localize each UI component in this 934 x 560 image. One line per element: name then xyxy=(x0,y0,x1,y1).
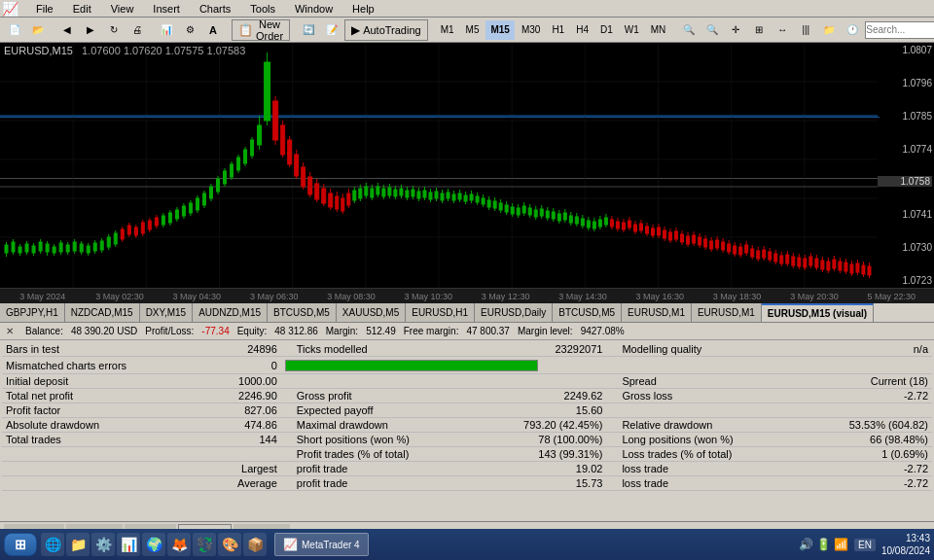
main-container: 📈 File Edit View Insert Charts Tools Win… xyxy=(0,0,934,560)
tab-btcusd-m5-1[interactable]: BTCUSD,M5 xyxy=(268,303,337,322)
tab-dxy[interactable]: DXY,M15 xyxy=(140,303,194,322)
tray-icon-1: 🔊 xyxy=(799,538,813,551)
val-avg-profit-trade: 15.73 xyxy=(490,476,607,491)
val-abs-drawdown: 474.86 xyxy=(188,418,281,433)
print-btn[interactable]: 🖨 xyxy=(126,19,148,41)
period-sep-btn[interactable]: ||| xyxy=(795,19,816,41)
tf-w1[interactable]: W1 xyxy=(620,20,644,40)
clock-btn[interactable]: 🕐 xyxy=(842,19,863,41)
clock-date: 10/08/2024 xyxy=(881,544,930,557)
auto-trading-button[interactable]: ▶ AutoTrading xyxy=(344,19,428,41)
zoom-out-btn[interactable]: 🔍 xyxy=(701,19,723,41)
report-panel: Bars in test 24896 Ticks modelled 232920… xyxy=(0,340,934,521)
tab-eurusd-m1-1[interactable]: EURUSD,M1 xyxy=(622,303,692,322)
taskbar-firefox-icon[interactable]: 🦊 xyxy=(167,533,191,556)
active-app-button[interactable]: 📈 MetaTrader 4 xyxy=(274,533,369,556)
label-abs-drawdown: Absolute drawdown xyxy=(2,418,188,433)
symbol-tabs: GBPJPY,H1 NZDCAD,M15 DXY,M15 AUDNZD,M15 … xyxy=(0,303,934,323)
text-btn[interactable]: A xyxy=(202,19,224,41)
tf-m30[interactable]: M30 xyxy=(517,20,545,40)
taskbar-chart-icon[interactable]: 📊 xyxy=(117,533,140,556)
val-bars-in-test: 24896 xyxy=(188,342,281,357)
val-short-positions: 78 (100.00%) xyxy=(490,433,607,447)
menu-window[interactable]: Window xyxy=(291,3,337,15)
language-indicator[interactable]: EN xyxy=(854,539,876,551)
tf-mn[interactable]: MN xyxy=(646,20,671,40)
tf-d1[interactable]: D1 xyxy=(595,20,618,40)
zoom-in-btn[interactable]: 🔍 xyxy=(678,19,700,41)
crosshair-btn[interactable]: ✛ xyxy=(725,19,746,41)
windows-icon: ⊞ xyxy=(15,537,26,552)
tab-eurusd-m1-2[interactable]: EURUSD,M1 xyxy=(692,303,762,322)
tab-eurusd-m15-visual[interactable]: EURUSD,M15 (visual) xyxy=(762,303,874,322)
menu-insert[interactable]: Insert xyxy=(149,3,184,15)
label-gross-loss: Gross loss xyxy=(606,389,792,403)
tf-h1[interactable]: H1 xyxy=(547,20,569,40)
val-largest-profit-trade: 19.02 xyxy=(490,462,607,476)
menu-tools[interactable]: Tools xyxy=(246,3,279,15)
taskbar-ie-icon[interactable]: 🌐 xyxy=(41,533,64,556)
tab-eurusd-daily[interactable]: EURUSD,Daily xyxy=(475,303,553,322)
val-long-positions: 66 (98.48%) xyxy=(793,433,932,447)
time-5: 3 May 08:30 xyxy=(312,292,389,301)
fit-btn[interactable]: ⊞ xyxy=(748,19,770,41)
menu-bar: 📈 File Edit View Insert Charts Tools Win… xyxy=(0,0,934,18)
price-axis: 1.0807 1.0796 1.0785 1.0774 1.0758 1.074… xyxy=(878,43,932,288)
chart-mode-btn[interactable]: 🔄 xyxy=(298,19,319,41)
val-rel-drawdown: 53.53% (604.82) xyxy=(793,418,932,433)
new-order-button[interactable]: 📋 New Order xyxy=(232,19,290,41)
tab-gbpjpy[interactable]: GBPJPY,H1 xyxy=(0,303,65,322)
tab-nzdcad[interactable]: NZDCAD,M15 xyxy=(65,303,140,322)
scroll-btn[interactable]: ↔ xyxy=(772,19,793,41)
price-7: 1.0730 xyxy=(878,242,932,253)
menu-view[interactable]: View xyxy=(107,3,138,15)
menu-help[interactable]: Help xyxy=(348,3,378,15)
label-mismatched: Mismatched charts errors xyxy=(2,357,188,374)
start-button[interactable]: ⊞ xyxy=(4,533,37,556)
algo-btn[interactable]: 📝 xyxy=(321,19,342,41)
label-bars-in-test: Bars in test xyxy=(2,342,188,357)
menu-file[interactable]: File xyxy=(32,3,57,15)
open-btn[interactable]: 📂 xyxy=(27,19,49,41)
price-6: 1.0741 xyxy=(878,209,932,220)
val-empty-1 xyxy=(793,357,932,374)
label-empty-r3 xyxy=(2,476,188,491)
search-area xyxy=(865,21,934,39)
val-empty-3 xyxy=(793,403,932,418)
label-modelling-quality: Modelling quality xyxy=(606,342,792,357)
tab-eurusd-h1[interactable]: EURUSD,H1 xyxy=(406,303,475,322)
fwd-btn[interactable]: ▶ xyxy=(80,19,101,41)
back-btn[interactable]: ◀ xyxy=(56,19,78,41)
tf-m15[interactable]: M15 xyxy=(485,20,514,40)
new-order-label: New Order xyxy=(256,18,283,42)
tab-xauusd[interactable]: XAUUSD,M5 xyxy=(337,303,406,322)
menu-charts[interactable]: Charts xyxy=(196,3,234,15)
chart-btn[interactable]: 📊 xyxy=(156,19,177,41)
tf-m5[interactable]: M5 xyxy=(461,20,485,40)
tf-m1[interactable]: M1 xyxy=(436,20,459,40)
label-empty-3 xyxy=(606,403,792,418)
indicator-btn[interactable]: ⚙ xyxy=(179,19,200,41)
taskbar-paint-icon[interactable]: 🎨 xyxy=(218,533,241,556)
status-close-btn[interactable]: ✕ xyxy=(6,326,14,336)
taskbar-settings-icon[interactable]: ⚙️ xyxy=(91,533,115,556)
taskbar-right: 🔊 🔋 📶 EN 13:43 10/08/2024 xyxy=(799,532,930,557)
tab-btcusd-m5-2[interactable]: BTCUSD,M5 xyxy=(553,303,622,322)
time-2: 3 May 02:30 xyxy=(81,292,158,301)
search-input[interactable] xyxy=(865,21,934,39)
label-long-positions: Long positions (won %) xyxy=(606,433,792,447)
label-avg-profit-trade: profit trade xyxy=(281,476,490,491)
taskbar-globe-icon[interactable]: 🌍 xyxy=(142,533,165,556)
taskbar-package-icon[interactable]: 📦 xyxy=(243,533,267,556)
val-modelling-quality: n/a xyxy=(793,342,932,357)
system-clock: 13:43 10/08/2024 xyxy=(881,532,930,557)
taskbar-currency-icon[interactable]: 💱 xyxy=(193,533,216,556)
margin-level-label: Margin level: xyxy=(518,326,573,336)
template-btn[interactable]: 📁 xyxy=(818,19,840,41)
menu-edit[interactable]: Edit xyxy=(69,3,95,15)
tab-audnzd[interactable]: AUDNZD,M15 xyxy=(193,303,268,322)
new-file-btn[interactable]: 📄 xyxy=(4,19,25,41)
refresh-btn[interactable]: ↻ xyxy=(103,19,125,41)
taskbar-folder-icon[interactable]: 📁 xyxy=(66,533,90,556)
tf-h4[interactable]: H4 xyxy=(571,20,593,40)
